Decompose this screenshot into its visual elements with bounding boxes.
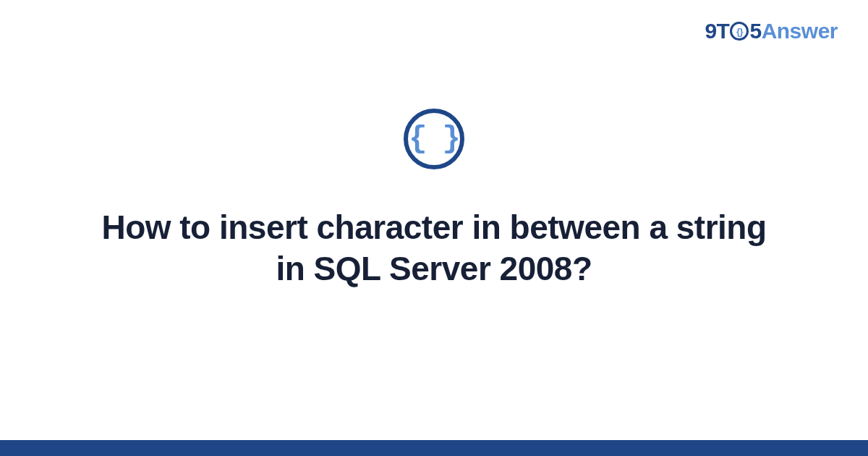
category-icon: { } [404,109,464,169]
main-content: { } How to insert character in between a… [0,0,868,456]
braces-icon: { } [409,124,459,154]
question-title: How to insert character in between a str… [87,207,781,290]
footer-bar [0,440,868,456]
